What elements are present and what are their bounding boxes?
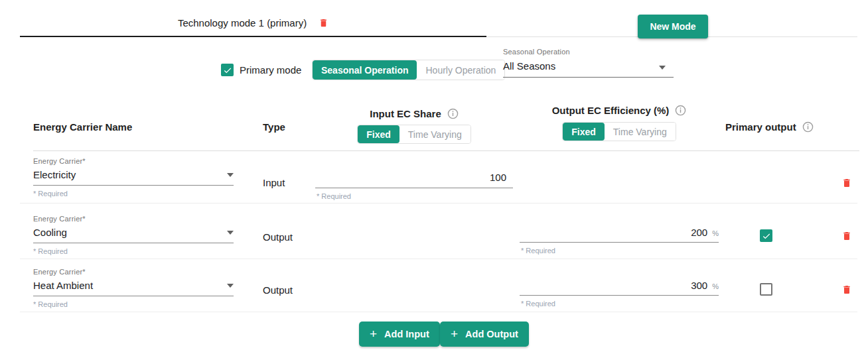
- required-hint: * Required: [33, 190, 234, 198]
- trash-icon: [841, 176, 852, 190]
- carrier-value: Heat Ambient: [33, 280, 93, 291]
- required-hint: * Required: [520, 300, 719, 308]
- info-icon[interactable]: [675, 105, 686, 116]
- add-input-label: Add Input: [384, 329, 429, 339]
- select-underline: [503, 77, 674, 78]
- field-underline: [520, 242, 719, 243]
- header-output-ec-efficiency: Output EC Efficiency (%): [552, 105, 670, 116]
- header-energy-carrier-name: Energy Carrier Name: [33, 121, 132, 133]
- efficiency-value: 300: [691, 280, 707, 291]
- info-icon[interactable]: [447, 108, 459, 119]
- toggle-option-fixed[interactable]: Fixed: [358, 125, 399, 143]
- delete-mode-button[interactable]: [319, 17, 328, 29]
- row-divider: [20, 203, 857, 204]
- field-label: Energy Carrier*: [33, 215, 234, 223]
- carrier-type: Output: [263, 231, 293, 243]
- trash-icon: [841, 283, 852, 296]
- field-underline: [33, 243, 234, 243]
- toggle-option-fixed[interactable]: Fixed: [563, 123, 605, 141]
- carrier-type: Input: [263, 177, 285, 188]
- field-label: Energy Carrier*: [33, 268, 234, 276]
- toggle-option-seasonal-operation[interactable]: Seasonal Operation: [313, 60, 417, 80]
- plus-icon: +: [370, 327, 377, 341]
- energy-carrier-select[interactable]: Energy Carrier* Electricity * Required: [33, 157, 234, 198]
- efficiency-mode-toggle: Fixed Time Varying: [562, 122, 676, 141]
- checkmark-icon: [762, 231, 771, 241]
- chevron-down-icon: [227, 231, 234, 235]
- percent-unit: %: [712, 229, 719, 237]
- info-icon[interactable]: [802, 121, 814, 133]
- chevron-down-icon: [227, 284, 234, 288]
- field-underline: [33, 185, 234, 186]
- row-divider: [20, 259, 857, 259]
- required-hint: * Required: [33, 247, 234, 255]
- primary-output-checkbox[interactable]: [760, 283, 772, 296]
- trash-icon: [841, 229, 852, 243]
- tab-label: Technology mode 1 (primary): [178, 17, 307, 29]
- toggle-option-hourly-operation[interactable]: Hourly Operation: [417, 60, 504, 80]
- header-primary-output: Primary output: [725, 121, 796, 133]
- required-hint: * Required: [315, 192, 513, 200]
- field-label: Energy Carrier*: [33, 157, 234, 165]
- efficiency-field[interactable]: 300 % * Required: [520, 280, 719, 308]
- header-type: Type: [263, 121, 285, 133]
- efficiency-field[interactable]: 200 % * Required: [520, 227, 719, 255]
- toggle-option-time-varying[interactable]: Time Varying: [399, 125, 470, 143]
- carrier-value: Cooling: [33, 227, 67, 238]
- chevron-down-icon: [227, 173, 234, 177]
- delete-row-button[interactable]: [841, 283, 852, 296]
- row-divider: [20, 312, 857, 312]
- active-tab-indicator: [20, 36, 486, 37]
- delete-row-button[interactable]: [841, 176, 852, 190]
- delete-row-button[interactable]: [841, 229, 852, 243]
- primary-output-checkbox[interactable]: [760, 229, 772, 242]
- select-label: Seasonal Operation: [503, 48, 674, 56]
- primary-mode-label: Primary mode: [240, 64, 301, 76]
- input-share-field[interactable]: 100 * Required: [315, 172, 513, 200]
- header-input-ec-share: Input EC Share: [370, 108, 441, 119]
- tab-technology-mode-1[interactable]: Technology mode 1 (primary): [20, 9, 486, 36]
- percent-unit: %: [712, 282, 719, 290]
- carrier-type: Output: [263, 284, 293, 296]
- share-value: 100: [490, 172, 506, 183]
- required-hint: * Required: [33, 300, 234, 308]
- header-input-ec-share-group: Input EC Share Fixed Time Varying: [315, 108, 513, 144]
- field-underline: [315, 188, 513, 188]
- energy-carrier-select[interactable]: Energy Carrier* Heat Ambient * Required: [33, 268, 234, 308]
- input-share-mode-toggle: Fixed Time Varying: [357, 125, 471, 144]
- operation-mode-toggle: Seasonal Operation Hourly Operation: [312, 60, 505, 80]
- field-underline: [33, 296, 234, 296]
- add-input-button[interactable]: + Add Input: [359, 322, 440, 347]
- new-mode-button[interactable]: New Mode: [638, 15, 708, 38]
- carrier-value: Electricity: [33, 169, 76, 180]
- trash-icon: [319, 17, 328, 29]
- seasonal-operation-select[interactable]: Seasonal Operation All Seasons: [503, 48, 674, 78]
- required-hint: * Required: [520, 247, 719, 255]
- energy-carrier-select[interactable]: Energy Carrier* Cooling * Required: [33, 215, 234, 255]
- toggle-option-time-varying[interactable]: Time Varying: [605, 123, 676, 141]
- header-divider: [33, 150, 859, 151]
- efficiency-value: 200: [691, 227, 707, 238]
- plus-icon: +: [451, 327, 458, 341]
- checkmark-icon: [223, 66, 232, 75]
- chevron-down-icon: [659, 66, 666, 70]
- add-output-button[interactable]: + Add Output: [440, 322, 529, 347]
- field-underline: [520, 295, 719, 296]
- header-output-ec-efficiency-group: Output EC Efficiency (%) Fixed Time Vary…: [520, 105, 719, 141]
- header-primary-output-group: Primary output: [725, 121, 814, 133]
- select-value: All Seasons: [503, 60, 674, 72]
- primary-mode-checkbox[interactable]: [221, 64, 234, 76]
- add-output-label: Add Output: [465, 329, 518, 339]
- technology-mode-panel: Technology mode 1 (primary) New Mode Pri…: [0, 0, 868, 352]
